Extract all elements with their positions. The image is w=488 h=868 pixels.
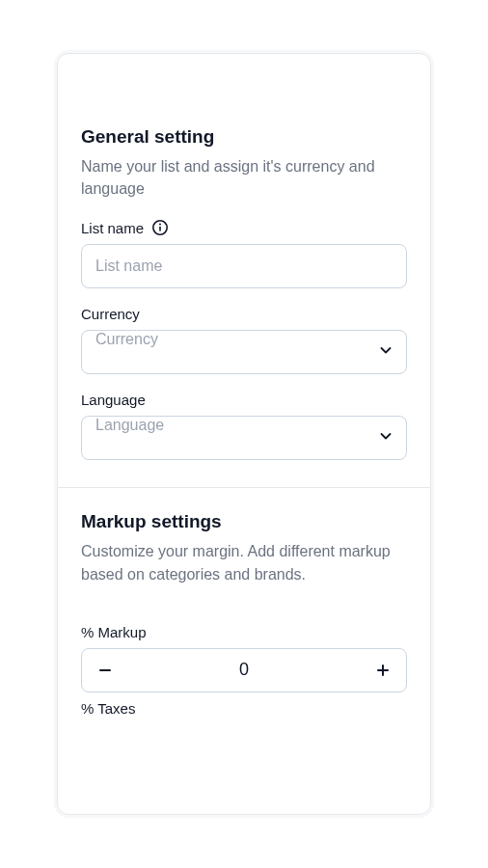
svg-rect-2 — [159, 227, 161, 231]
markup-description: Customize your margin. Add different mar… — [81, 540, 407, 584]
currency-placeholder: Currency — [81, 330, 407, 374]
markup-title: Markup settings — [81, 511, 407, 532]
list-name-label: List name — [81, 220, 144, 236]
svg-rect-5 — [382, 665, 384, 676]
markup-decrement-button[interactable] — [82, 649, 128, 692]
language-field: Language Language — [81, 392, 407, 460]
markup-stepper: 0 — [81, 648, 407, 692]
markup-value: 0 — [128, 660, 360, 680]
general-section: General setting Name your list and assig… — [58, 54, 430, 487]
general-title: General setting — [81, 126, 407, 148]
percent-taxes-field: % Taxes — [81, 700, 407, 717]
svg-rect-3 — [99, 669, 111, 671]
currency-label: Currency — [81, 306, 407, 322]
markup-increment-button[interactable] — [360, 649, 406, 692]
list-name-input[interactable] — [81, 244, 407, 288]
language-label: Language — [81, 392, 407, 408]
language-select[interactable]: Language — [81, 416, 407, 460]
currency-field: Currency Currency — [81, 306, 407, 374]
percent-markup-label: % Markup — [81, 624, 407, 640]
general-description: Name your list and assign it's currency … — [81, 155, 407, 200]
language-placeholder: Language — [81, 416, 407, 460]
list-name-label-row: List name — [81, 219, 407, 236]
info-icon[interactable] — [151, 219, 169, 236]
list-name-field: List name — [81, 219, 407, 288]
svg-point-1 — [159, 224, 161, 226]
percent-taxes-label: % Taxes — [81, 700, 407, 717]
percent-markup-field: % Markup 0 — [81, 624, 407, 692]
markup-section: Markup settings Customize your margin. A… — [58, 488, 430, 750]
settings-card: General setting Name your list and assig… — [57, 53, 431, 815]
currency-select[interactable]: Currency — [81, 330, 407, 374]
